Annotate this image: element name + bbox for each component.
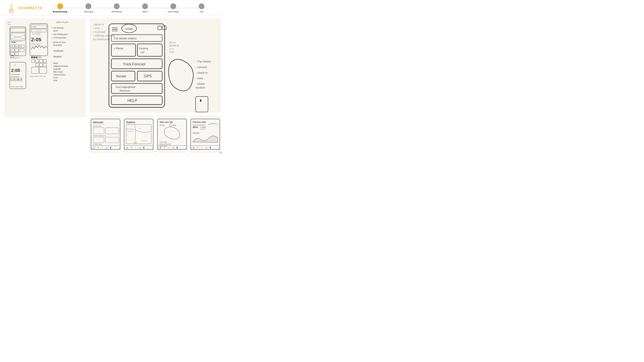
svg-text:Packing: Packing bbox=[139, 47, 148, 50]
svg-text:Add a stop: Add a stop bbox=[160, 141, 167, 143]
svg-text:📊: 📊 bbox=[205, 147, 207, 149]
svg-text:image: image bbox=[125, 27, 133, 30]
main-content: 25/14 Tues TUE SMT WTF S . . . . . . . W… bbox=[0, 15, 226, 156]
step-user-testing[interactable]: User testing bbox=[159, 3, 188, 13]
step-brainstorming[interactable]: Brainstorming bbox=[46, 3, 74, 13]
step-label-sketching: Sketching bbox=[84, 10, 93, 13]
svg-text:map: map bbox=[11, 79, 14, 80]
svg-point-76 bbox=[52, 27, 52, 28]
svg-text:📍: 📍 bbox=[97, 147, 99, 149]
svg-text:Tues: Tues bbox=[8, 23, 11, 25]
svg-text:Find lodging/food/: Find lodging/food/ bbox=[116, 86, 136, 88]
step-sketching[interactable]: Sketching bbox=[74, 3, 102, 13]
step-circle-brainstorming bbox=[57, 3, 63, 9]
svg-text:＋: ＋ bbox=[168, 147, 169, 148]
svg-text:hospitals: hospitals bbox=[53, 68, 61, 70]
svg-rect-135 bbox=[93, 128, 104, 134]
step-hi-fi[interactable]: Hi-fi bbox=[188, 3, 216, 13]
svg-text:Terrain: Terrain bbox=[116, 74, 126, 78]
svg-text:Trip details (dates): Trip details (dates) bbox=[114, 37, 136, 40]
svg-text:＋: ＋ bbox=[201, 147, 203, 148]
svg-text:lodging/Camping: lodging/Camping bbox=[53, 65, 68, 67]
svg-text:Start your ride: Start your ride bbox=[160, 121, 173, 123]
svg-text:🏠: 🏠 bbox=[93, 147, 95, 149]
svg-text:All the to: All the to bbox=[169, 44, 179, 47]
logo-text: CHARRETTE bbox=[18, 6, 43, 10]
svg-text:List: List bbox=[140, 51, 144, 53]
top-left-sketch: +grow & • incl... • Connect • (biking) c… bbox=[90, 19, 220, 112]
svg-text:SMT WTF: SMT WTF bbox=[36, 33, 41, 34]
svg-text:12 3 4 5 6: 12 3 4 5 6 bbox=[36, 34, 40, 35]
step-circle-user-testing bbox=[170, 3, 176, 9]
svg-text:search: search bbox=[37, 30, 41, 31]
svg-text:Restroom: Restroom bbox=[120, 89, 130, 92]
svg-text:• incl...: • incl... bbox=[94, 26, 102, 30]
svg-text:＋: ＋ bbox=[102, 147, 103, 148]
svg-point-165 bbox=[169, 124, 172, 127]
svg-text:- connect: - connect bbox=[196, 65, 207, 69]
svg-text:location: location bbox=[196, 86, 205, 89]
svg-text:30: 30 bbox=[217, 126, 218, 127]
svg-text:- Share: - Share bbox=[196, 82, 205, 85]
svg-rect-104 bbox=[137, 44, 162, 56]
svg-text:- check-in: - check-in bbox=[196, 71, 208, 74]
svg-rect-128 bbox=[196, 96, 208, 112]
svg-text:temperature: temperature bbox=[31, 45, 38, 46]
svg-text:📊: 📊 bbox=[106, 147, 108, 149]
svg-text:share rangers GPS Chat: share rangers GPS Chat bbox=[30, 75, 46, 77]
svg-text:1: 1 bbox=[208, 126, 209, 127]
svg-text:TERRAIN: TERRAIN bbox=[53, 50, 63, 52]
svg-point-53 bbox=[33, 56, 35, 58]
svg-text:Food: Food bbox=[53, 77, 58, 79]
svg-text:elevation: elevation bbox=[200, 129, 206, 130]
header: CHARRETTE Brainstorming Sketching Wirefr… bbox=[0, 0, 226, 15]
svg-text:2:05: 2:05 bbox=[31, 37, 42, 42]
svg-text:Explore: Explore bbox=[126, 121, 136, 124]
step-circle-wireframes bbox=[114, 3, 120, 9]
svg-text:📍: 📍 bbox=[130, 147, 132, 149]
svg-text:CC: CC bbox=[16, 46, 18, 47]
svg-text:930ft: 930ft bbox=[172, 124, 176, 126]
svg-point-2 bbox=[12, 4, 13, 5]
svg-text:📊: 📊 bbox=[139, 147, 141, 149]
svg-text:GPS: GPS bbox=[144, 74, 152, 78]
step-label-user-testing: User testing bbox=[168, 10, 179, 13]
svg-text:set starting: set starting bbox=[53, 26, 64, 29]
svg-text:5m to: 5m to bbox=[169, 41, 176, 44]
svg-text:👤: 👤 bbox=[143, 147, 145, 149]
svg-point-79 bbox=[52, 42, 52, 43]
svg-text:📊: 📊 bbox=[172, 147, 174, 149]
svg-text:Naviga: Naviga bbox=[19, 79, 22, 80]
svg-text:W: W bbox=[12, 46, 13, 47]
svg-text:Routes around me: Routes around me bbox=[93, 135, 106, 137]
svg-text:photo of area: photo of area bbox=[53, 41, 66, 43]
svg-text:＋: ＋ bbox=[134, 147, 136, 148]
svg-rect-102 bbox=[112, 44, 136, 56]
svg-text:🏠: 🏠 bbox=[193, 147, 195, 149]
svg-rect-139 bbox=[106, 137, 119, 143]
svg-text:Terrain: Terrain bbox=[15, 79, 18, 80]
svg-text:+ Route: + Route bbox=[114, 47, 123, 50]
svg-text:cluster  Bike  Airbike: cluster Bike Airbike bbox=[11, 86, 23, 87]
step-mid-fi[interactable]: Mid-fi bbox=[131, 3, 159, 13]
svg-text:TUE: TUE bbox=[32, 33, 35, 35]
svg-text:Marengo Ave: Marengo Ave bbox=[128, 131, 134, 132]
svg-point-151 bbox=[135, 142, 137, 143]
step-wireframes[interactable]: Wireframes bbox=[102, 3, 131, 13]
svg-text:📍: 📍 bbox=[197, 147, 199, 149]
svg-text:time/date: time/date bbox=[53, 44, 62, 46]
svg-text:👤: 👤 bbox=[209, 147, 211, 149]
svg-text:9 10 11 12 / 23: 9 10 11 12 / 23 bbox=[32, 55, 40, 56]
svg-text:LPD: LPD bbox=[139, 128, 141, 129]
svg-text:Ride with friends: Ride with friends bbox=[160, 143, 171, 145]
svg-text:🏠: 🏠 bbox=[160, 147, 162, 149]
svg-point-78 bbox=[52, 37, 52, 38]
svg-text:⌂: ⌂ bbox=[126, 134, 127, 136]
right-content: +grow & • incl... • Connect • (biking) c… bbox=[90, 19, 220, 153]
svg-text:11 ft: 11 ft bbox=[169, 48, 174, 50]
sketch-left: 25/14 Tues TUE SMT WTF S . . . . . . . W… bbox=[5, 19, 85, 117]
step-label-mid-fi: Mid-fi bbox=[142, 10, 148, 13]
svg-text:📍: 📍 bbox=[164, 147, 166, 149]
svg-text:GT: GT bbox=[14, 64, 16, 66]
svg-text:Bike shops: Bike shops bbox=[53, 71, 63, 73]
